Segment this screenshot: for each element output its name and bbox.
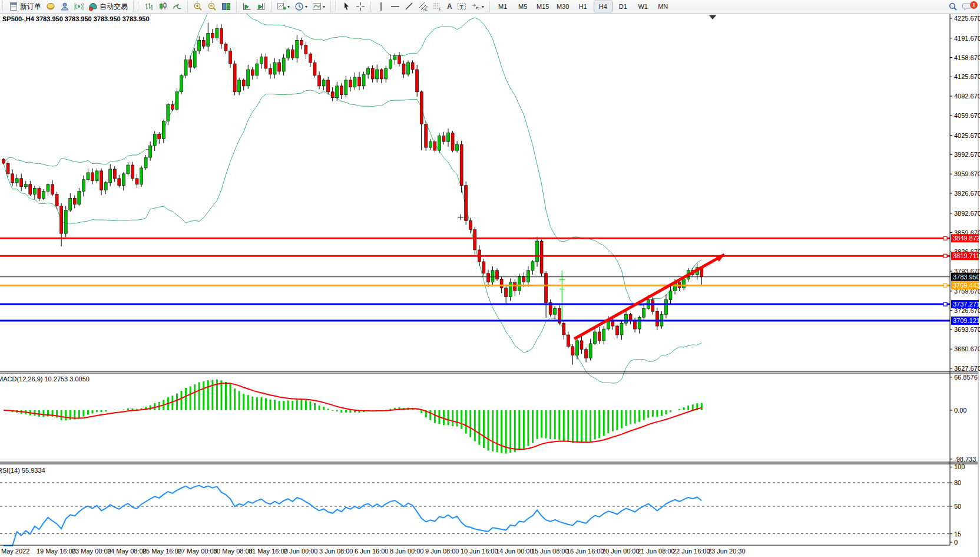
line-handle[interactable] (943, 302, 947, 306)
toolbar-separator (271, 1, 272, 12)
toolbar-grip[interactable] (138, 2, 141, 11)
dropdown-caret-icon[interactable]: ▾ (482, 4, 484, 9)
candle-bull (24, 184, 27, 187)
toolbar-grip[interactable] (335, 2, 338, 11)
notification-badge[interactable]: 1 (970, 1, 978, 9)
price-tick-label: 3892.670 (954, 210, 980, 217)
auto-trading-label: 自动交易 (100, 2, 128, 12)
time-axis-label: 25 May 16:00 (143, 548, 182, 555)
time-axis-label: 23 Jun 20:30 (708, 548, 746, 555)
toolbar: 新订单 (0, 0, 980, 14)
notifications-button[interactable]: 1 (960, 0, 975, 13)
cursor-button[interactable] (339, 0, 353, 13)
periods-button[interactable]: ▾ (292, 0, 310, 13)
chart-shift-icon (242, 2, 251, 11)
candle-bull (180, 75, 183, 92)
indicators-button[interactable]: ▾ (274, 0, 292, 13)
search-button[interactable] (946, 0, 960, 13)
vertical-line-icon (376, 2, 386, 11)
dropdown-caret-icon[interactable]: ▾ (305, 4, 307, 9)
candle-bull (594, 332, 597, 344)
candle-bear (585, 350, 588, 358)
timeframe-button-D1[interactable]: D1 (614, 1, 633, 12)
auto-scroll-button[interactable] (254, 0, 268, 13)
line-chart-button[interactable] (170, 0, 184, 13)
toolbar-group-insert: ▾ ▾ ▾ (273, 0, 329, 13)
trendline-button[interactable] (402, 0, 416, 13)
time-axis-label: 31 May 16:00 (249, 548, 288, 555)
timeframe-button-H1[interactable]: H1 (574, 1, 592, 12)
candle-bull (282, 58, 285, 71)
bar-chart-button[interactable] (142, 0, 156, 13)
bollinger-lower-band (4, 90, 701, 383)
arrows-tool-button[interactable]: ▾ (469, 0, 486, 13)
price-tick-label: 4025.670 (954, 132, 980, 139)
timeframe-button-MN[interactable]: MN (654, 1, 673, 12)
candle-bear (451, 133, 454, 150)
candle-bear (474, 229, 476, 250)
toolbar-grip[interactable] (2, 2, 5, 11)
vertical-line-button[interactable] (374, 0, 388, 13)
candle-bear (318, 75, 321, 86)
tile-windows-button[interactable] (219, 0, 233, 13)
signal-icon (74, 2, 84, 11)
equidistant-channel-button[interactable]: E (416, 0, 431, 13)
templates-button[interactable]: ▾ (310, 0, 327, 13)
candlestick-chart-button[interactable] (156, 0, 170, 13)
time-axis-label: 27 May 00:00 (178, 548, 217, 555)
new-order-button[interactable]: 新订单 (6, 0, 44, 13)
dropdown-caret-icon[interactable]: ▾ (287, 4, 290, 9)
time-axis-label: 16 Jun 16:00 (567, 548, 604, 555)
candle-bull (64, 210, 67, 233)
chart-canvas[interactable]: 4225.6704191.6704158.6704125.6704092.670… (0, 0, 980, 557)
timeframe-button-M30[interactable]: M30 (554, 1, 572, 12)
chart-shift-marker[interactable] (709, 15, 716, 19)
text-tool-icon: A (447, 2, 452, 11)
time-axis-label: 10 Jun 16:00 (461, 548, 498, 555)
signal-button[interactable] (72, 0, 86, 13)
horizontal-line-button[interactable] (388, 0, 402, 13)
timeframe-button-M1[interactable]: M1 (494, 1, 512, 12)
timeframe-button-W1[interactable]: W1 (634, 1, 653, 12)
timeframe-button-M15[interactable]: M15 (534, 1, 552, 12)
candle-bear (309, 54, 312, 62)
line-handle[interactable] (943, 284, 947, 287)
deposit-button[interactable] (44, 0, 58, 13)
candle-bear (580, 341, 583, 350)
line-handle[interactable] (943, 254, 947, 258)
candle-bear (60, 206, 63, 233)
time-axis-label: 6 Jun 16:00 (355, 548, 389, 555)
candle-bull (149, 146, 152, 157)
candle-bear (505, 288, 508, 297)
toolbar-group-scroll (239, 0, 269, 13)
timeframe-button-M5[interactable]: M5 (514, 1, 532, 12)
fibonacci-button[interactable]: F (431, 0, 445, 13)
candle-bear (73, 199, 76, 205)
auto-trading-button[interactable]: 自动交易 (86, 0, 130, 13)
timeframe-button-H4[interactable]: H4 (594, 1, 612, 12)
text-label-button[interactable]: T (455, 0, 469, 13)
line-handle[interactable] (943, 236, 947, 240)
trend-arrow-line[interactable] (574, 255, 724, 339)
macd-indicator-label[interactable]: MACD(12,26,9) 10.2753 3.0050 (0, 375, 90, 383)
dropdown-caret-icon[interactable]: ▾ (323, 4, 325, 9)
candle-bear (118, 179, 121, 186)
chart-title: SP500-,H4 3783.950 3783.950 3783.950 378… (2, 15, 150, 22)
chart-shift-button[interactable] (240, 0, 254, 13)
candle-bull (78, 192, 81, 205)
mt4-window: 新订单 (0, 0, 980, 557)
candle-bear (135, 179, 138, 184)
zoom-out-button[interactable] (205, 0, 219, 13)
candle-bear (304, 45, 307, 54)
candle-bear (433, 141, 436, 150)
crosshair-button[interactable] (353, 0, 368, 13)
profile-button[interactable] (58, 0, 72, 13)
text-tool-button[interactable]: A (445, 0, 455, 13)
candle-bear (486, 273, 489, 282)
rsi-tick-label: 15 (954, 530, 961, 538)
zoom-in-button[interactable] (191, 0, 205, 13)
candle-bull (42, 192, 45, 199)
rsi-indicator-label[interactable]: RSI(14) 55.9334 (0, 467, 45, 474)
price-line-label: 3783.950 (953, 273, 980, 281)
candle-bull (664, 299, 667, 314)
